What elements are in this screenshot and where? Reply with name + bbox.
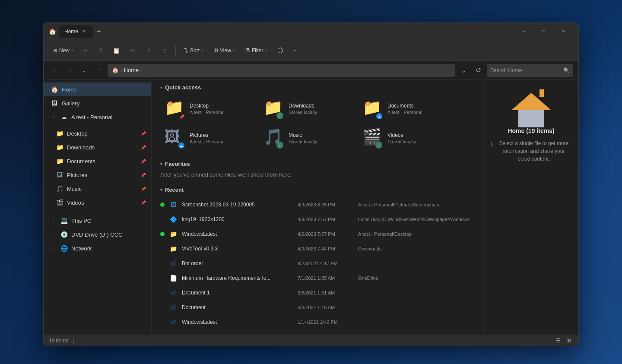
grid-view-button[interactable]: ⊞ [564, 336, 573, 345]
view-button[interactable]: ⊞ View ▾ [209, 44, 239, 56]
videos-folder-icon: 🎬 ↓ [362, 128, 383, 149]
videos-qa-name: Videos [387, 132, 416, 138]
path-separator-2: › [140, 68, 142, 73]
sidebar-item-desktop[interactable]: 📁 Desktop 📌 [44, 127, 151, 140]
downloads-folder-icon: 📁 ↓ [263, 98, 284, 119]
qa-item-documents[interactable]: 📁 ☁ Documents A test - Personal [358, 95, 455, 123]
documents-cloud-badge: ☁ [376, 113, 382, 119]
recent-item-name: WindowsLatest [182, 231, 293, 237]
rename-button[interactable]: ✏ [126, 44, 140, 57]
table-row[interactable]: W Document 3/8/2021 1:15 AM [152, 300, 483, 315]
pictures-cloud-badge: ☁ [178, 142, 184, 149]
close-button[interactable]: ✕ [553, 25, 573, 38]
up-button[interactable]: ↑ [93, 64, 105, 76]
table-row[interactable]: 📁 ViVeTool-v0.3.3 4/9/2023 7:44 PM Downl… [152, 241, 483, 256]
new-button[interactable]: ⊕ New ▾ [49, 45, 77, 56]
favorites-header[interactable]: ▾ Favorites [152, 156, 483, 170]
more-button[interactable]: ··· [289, 45, 302, 56]
sidebar-item-documents[interactable]: 📁 Documents 📌 [44, 154, 151, 168]
share2-button[interactable]: ⬡ [273, 44, 288, 57]
share-button[interactable]: ↗ [142, 44, 156, 57]
sidebar-item-home[interactable]: 🏠 Home [44, 82, 151, 96]
new-tab-button[interactable]: + [93, 25, 105, 38]
delete-button[interactable]: 🗑 [157, 44, 172, 57]
status-bar: 19 items | ☰ ⊞ [44, 335, 578, 346]
close-icon: ✕ [562, 28, 565, 34]
table-row[interactable]: W WindowsLatest 1/14/2021 2:42 PM [152, 315, 483, 329]
qa-item-videos[interactable]: 🎬 ↓ Videos Stored locally [358, 124, 455, 152]
tab-home[interactable]: Home ✕ [59, 25, 93, 38]
minimize-button[interactable]: ─ [514, 25, 533, 38]
sort-button[interactable]: ⇅ Sort ▾ [179, 44, 207, 56]
sidebar-item-videos[interactable]: 🎬 Videos 📌 [44, 196, 151, 209]
status-count: 19 items | [49, 338, 553, 344]
sidebar-item-atest[interactable]: › ☁ A test - Personal [44, 110, 151, 124]
view-chevron-icon: ▾ [233, 48, 235, 52]
list-view-button[interactable]: ☰ [553, 336, 563, 345]
table-row[interactable]: W Document 1 3/8/2021 1:31 AM [152, 285, 483, 300]
sidebar-item-thispc[interactable]: › 💻 This PC [44, 214, 151, 228]
qa-item-pictures[interactable]: 🖼 ☁ Pictures A test - Personal [160, 124, 257, 152]
search-placeholder: Search Home [490, 67, 561, 73]
view-icon: ⊞ [213, 47, 218, 54]
body [518, 110, 544, 127]
table-row[interactable]: 📁 WindowsLatest 4/9/2023 7:57 PM A test … [152, 227, 483, 241]
search-box[interactable]: Search Home 🔍 [487, 64, 573, 77]
filter-icon: ⚗ [245, 47, 250, 54]
forward-button[interactable]: → [63, 64, 76, 76]
sidebar-pinned-section: 📁 Desktop 📌 📁 Downloads 📌 📁 Documents 📌 … [44, 127, 151, 209]
details-info: ℹ Select a single file to get more infor… [491, 139, 571, 163]
table-row[interactable]: 📄 Minimum Hardware Requirements fo... 7/… [152, 271, 483, 285]
recent-item-location: A test - Personal\Pictures\Screenshots [358, 202, 475, 207]
back-button[interactable]: ← [49, 64, 61, 76]
search-icon: 🔍 [563, 67, 570, 73]
sidebar-item-network[interactable]: › 🌐 Network [44, 241, 151, 255]
filter-button[interactable]: ⚗ Filter ▾ [241, 44, 271, 56]
status-none-icon [160, 291, 165, 295]
music-sidebar-icon: 🎵 [56, 185, 63, 193]
filter-label: Filter [252, 47, 263, 54]
sidebar-network-label: Network [71, 245, 92, 252]
list-view-icon: ☰ [555, 337, 561, 344]
table-row[interactable]: 🔷 img19_1920x1200 4/9/2023 7:57 PM Local… [152, 212, 483, 227]
paste-button[interactable]: 📋 [108, 44, 124, 57]
sidebar-item-music[interactable]: 🎵 Music 📌 [44, 182, 151, 196]
main-content: 🏠 Home 🖼 Gallery › ☁ A test - Personal 📁… [44, 80, 578, 335]
maximize-button[interactable]: □ [533, 25, 553, 38]
table-row[interactable]: P Test presentation.pptx 12/7/2020 12:22… [152, 329, 483, 335]
cut-button[interactable]: ✂ [79, 44, 93, 57]
sidebar-item-dvd[interactable]: › 💿 DVD Drive (D:) CCC [44, 228, 151, 241]
sidebar-item-downloads[interactable]: 📁 Downloads 📌 [44, 140, 151, 154]
tab-close-button[interactable]: ✕ [81, 28, 88, 35]
qa-item-desktop[interactable]: 📁 📌 Desktop A test - Personal [160, 95, 257, 123]
address-path[interactable]: 🏠 › Home › [108, 64, 455, 77]
gallery-icon: 🖼 [51, 99, 58, 107]
status-sep: | [73, 338, 74, 344]
qa-item-music[interactable]: 🎵 ↓ Music Stored locally [259, 124, 356, 152]
downloads-sidebar-icon: 📁 [56, 143, 63, 151]
sidebar-devices-section: › 💻 This PC › 💿 DVD Drive (D:) CCC › 🌐 N… [44, 214, 151, 255]
downloads-qa-sub: Stored locally [289, 110, 317, 115]
address-bar: ← → ⌄ ↑ 🏠 › Home › ⌄ ↺ Search Home 🔍 [44, 61, 578, 80]
sidebar-item-pictures[interactable]: 🖼 Pictures 📌 [44, 168, 151, 182]
refresh-button[interactable]: ↺ [472, 64, 484, 76]
plus-icon: + [97, 28, 101, 35]
table-row[interactable]: W Bot order 8/23/2021 4:17 PM [152, 256, 483, 271]
recent-header[interactable]: ▾ Recent [152, 182, 483, 196]
sidebar-item-gallery[interactable]: 🖼 Gallery [44, 96, 151, 110]
videos-sidebar-icon: 🎬 [56, 199, 63, 206]
table-row[interactable]: 🖼 Screenshot 2023-03-19 220005 4/9/2023 … [152, 197, 483, 212]
paste-icon: 📋 [113, 47, 120, 54]
quick-access-header[interactable]: ▾ Quick access [152, 80, 483, 93]
qa-item-downloads[interactable]: 📁 ↓ Downloads Stored locally [259, 95, 356, 123]
status-green-icon [160, 232, 165, 236]
music-badge: ↓ [276, 142, 283, 149]
back-icon: ← [52, 67, 57, 73]
sidebar-atest-label: A test - Personal [71, 114, 112, 120]
sidebar-documents-label: Documents [67, 158, 95, 165]
recent-locations-button[interactable]: ⌄ [78, 64, 90, 76]
copy-button[interactable]: ⎘ [95, 44, 107, 57]
recent-item-date: 1/14/2021 2:42 PM [298, 320, 354, 325]
desktop-qa-sub: A test - Personal [190, 110, 225, 115]
address-dropdown-button[interactable]: ⌄ [457, 64, 470, 76]
